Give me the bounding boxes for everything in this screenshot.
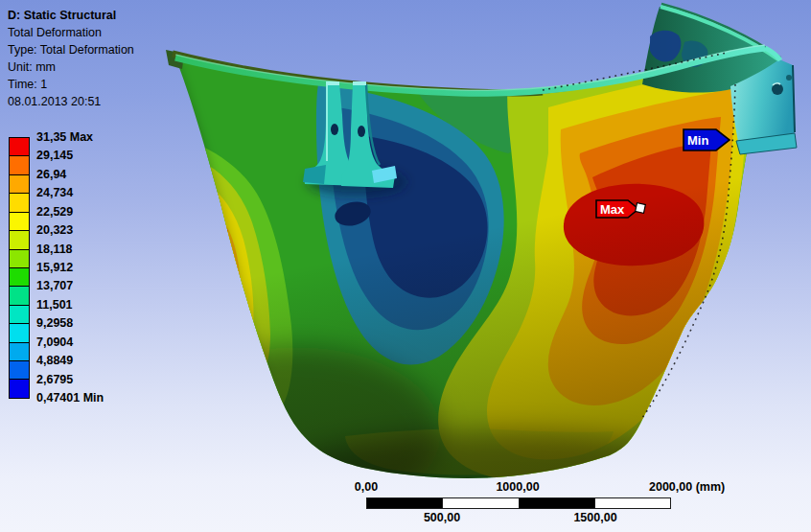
contour-left-orange <box>209 228 232 327</box>
legend-swatch <box>10 231 29 249</box>
legend-value: 22,529 <box>36 204 73 220</box>
right-lug-hole <box>358 126 365 137</box>
panel-notch <box>786 75 792 81</box>
legend-swatch <box>10 250 29 268</box>
scale-tick-1500: 1500,00 <box>557 511 634 524</box>
result-timestamp: 08.01.2013 20:51 <box>8 93 134 110</box>
analysis-title: D: Static Structural <box>8 7 134 24</box>
legend-value: 15,912 <box>36 260 73 275</box>
scale-tick-0: 0,00 <box>337 480 395 494</box>
legend-value: 7,0904 <box>36 335 73 350</box>
max-tag-label: Max <box>600 202 625 217</box>
scale-segment <box>367 498 443 508</box>
legend-value: 4,8849 <box>36 353 73 368</box>
scale-ruler <box>366 497 671 509</box>
legend-value: 11,501 <box>36 297 73 312</box>
scale-tick-1000: 1000,00 <box>479 480 556 494</box>
contour-left-red-streak <box>217 226 228 235</box>
legend-value: 29,145 <box>36 148 73 163</box>
legend-swatch <box>10 156 29 174</box>
legend-value: 18,118 <box>36 242 73 257</box>
scale-tick-2000: 2000,00 (mm) <box>649 480 725 494</box>
max-anchor-marker <box>636 203 646 214</box>
legend-color-bar <box>9 137 30 399</box>
scale-tick-500: 500,00 <box>404 511 480 524</box>
legend-value-max: 31,35 Max <box>36 129 93 145</box>
scale-segment <box>443 498 519 508</box>
legend-swatch <box>10 306 29 324</box>
result-unit: Unit: mm <box>8 58 134 76</box>
legend-swatch <box>10 213 29 231</box>
result-time: Time: 1 <box>8 76 134 93</box>
left-lug-hole <box>331 124 338 135</box>
legend-swatch <box>10 175 29 194</box>
legend-value: 9,2958 <box>36 315 73 331</box>
left-lug-cap <box>326 81 339 85</box>
deformation-contour-face <box>153 38 811 532</box>
result-info-block: D: Static Structural Total Deformation T… <box>8 7 134 110</box>
min-tag-label: Min <box>687 133 708 148</box>
result-type: Type: Total Deformation <box>8 41 134 58</box>
legend-swatch <box>10 361 29 380</box>
legend-swatch <box>10 287 29 305</box>
legend-swatch <box>10 343 29 361</box>
legend-swatch <box>10 138 29 156</box>
legend-swatch <box>10 268 29 287</box>
legend-value: 24,734 <box>36 185 73 200</box>
legend-swatch <box>10 380 29 397</box>
legend-value: 13,707 <box>36 278 73 293</box>
legend-value-min: 0,47401 Min <box>36 390 104 405</box>
scale-segment <box>520 498 595 508</box>
scale-segment <box>595 498 670 508</box>
right-lug-cap <box>353 81 366 85</box>
legend-swatch <box>10 324 29 342</box>
shading-overlay <box>175 47 763 478</box>
legend-value: 26,94 <box>36 167 66 182</box>
ansys-graphics-window: Max Min D: Static Structural Total Defor… <box>0 0 811 532</box>
legend-value: 20,323 <box>36 222 73 238</box>
legend-swatch <box>10 194 29 212</box>
result-name: Total Deformation <box>8 24 134 41</box>
legend-value: 2,6795 <box>36 372 73 387</box>
